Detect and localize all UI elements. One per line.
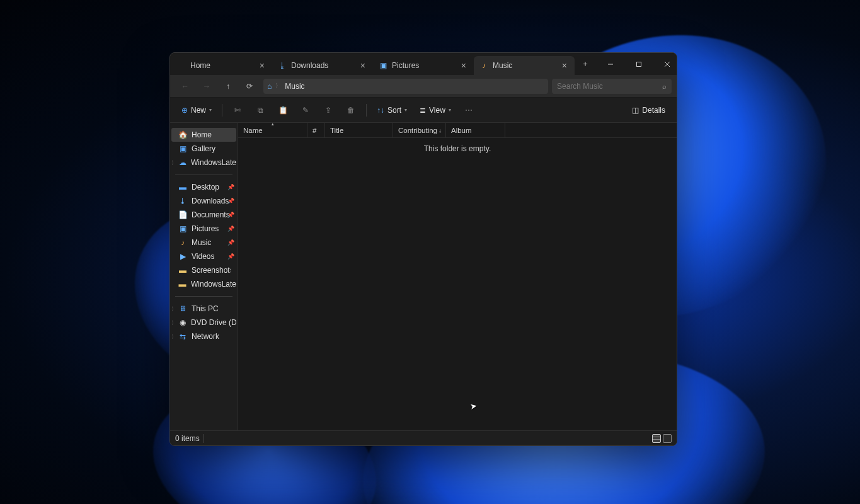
minimize-button[interactable] <box>596 53 624 75</box>
sidebar-item-music[interactable]: ♪Music📌 <box>171 236 236 249</box>
copy-button[interactable]: ⧉ <box>250 101 270 120</box>
more-button[interactable]: ⋯ <box>459 101 479 120</box>
trash-icon: 🗑 <box>347 106 355 115</box>
folder-icon: ▬ <box>178 279 187 289</box>
cloud-icon: ☁ <box>178 158 187 168</box>
music-icon: ♪ <box>178 238 188 248</box>
status-bar: 0 items <box>170 430 677 445</box>
pin-icon: 📌 <box>227 184 234 190</box>
sidebar-item-label: Pictures <box>192 224 219 233</box>
sidebar-item-label: This PC <box>192 304 219 313</box>
column-name[interactable]: ▴Name <box>238 123 307 137</box>
sidebar-item-label: Documents <box>192 210 230 219</box>
desktop-icon: ▬ <box>178 182 188 192</box>
sidebar-item-label: Screenshots <box>192 266 231 275</box>
sidebar-item-onedrive[interactable]: 〉 ☁ WindowsLatest - Pe <box>171 156 236 169</box>
separator <box>204 434 204 443</box>
chevron-right-icon[interactable]: 〉 <box>171 159 177 166</box>
address-bar[interactable]: ⌂ 〉 Music <box>263 79 548 94</box>
sidebar-item-gallery[interactable]: ▣ Gallery <box>171 142 236 156</box>
sidebar-item-windowslatest[interactable]: ▬WindowsLatest <box>171 277 236 291</box>
view-mode-buttons <box>652 434 672 443</box>
tab-label: Pictures <box>392 61 459 70</box>
sidebar-item-screenshots[interactable]: ▬Screenshots <box>171 263 236 277</box>
tab-label: Downloads <box>291 61 358 70</box>
details-view-button[interactable] <box>652 434 661 443</box>
close-icon[interactable]: × <box>559 60 570 71</box>
tab-pictures[interactable]: ▣ Pictures × <box>373 56 474 75</box>
sidebar-item-dvd[interactable]: 〉◉DVD Drive (D:) CCC <box>171 316 236 329</box>
sidebar-item-pictures[interactable]: ▣Pictures📌 <box>171 222 236 236</box>
view-button[interactable]: ≣ View ▾ <box>415 101 456 120</box>
tab-label: Music <box>493 61 559 70</box>
sidebar-item-videos[interactable]: ▶Videos📌 <box>171 249 236 263</box>
empty-folder-message: This folder is empty. <box>238 138 677 430</box>
disc-icon: ◉ <box>178 318 187 328</box>
network-icon: ⇆ <box>178 331 188 341</box>
sort-label: Sort <box>387 106 401 115</box>
divider <box>175 175 232 175</box>
search-box[interactable]: ⌕ <box>552 79 672 94</box>
gallery-icon: ▣ <box>178 144 188 154</box>
sidebar-item-downloads[interactable]: ⭳Downloads📌 <box>171 194 236 208</box>
pin-icon: 📌 <box>227 198 234 204</box>
back-button[interactable]: ← <box>175 77 195 95</box>
column-artists[interactable]: Contributing artists <box>393 123 446 137</box>
svg-rect-1 <box>636 62 641 66</box>
home-icon <box>176 60 186 71</box>
details-pane-icon: ◫ <box>632 106 639 115</box>
music-icon: ♪ <box>479 60 489 71</box>
refresh-button[interactable]: ⟳ <box>239 77 260 95</box>
ellipsis-icon: ⋯ <box>465 106 473 115</box>
search-input[interactable] <box>557 82 662 91</box>
video-icon: ▶ <box>178 251 188 261</box>
close-icon[interactable]: × <box>358 60 368 71</box>
command-bar: ⊕ New ▾ ✄ ⧉ 📋 ✎ ⇪ 🗑 ↑↓ Sort ▾ ≣ View ▾ ⋯… <box>170 98 677 123</box>
details-pane-button[interactable]: ◫ Details <box>627 101 670 120</box>
close-button[interactable] <box>653 53 677 75</box>
separator <box>366 104 367 117</box>
column-album[interactable]: Album <box>446 123 505 137</box>
chevron-down-icon: ▾ <box>209 107 212 113</box>
sidebar-item-network[interactable]: 〉⇆Network <box>171 329 236 343</box>
maximize-button[interactable] <box>624 53 653 75</box>
forward-button[interactable]: → <box>197 77 217 95</box>
navigation-pane: 🏠 Home ▣ Gallery 〉 ☁ WindowsLatest - Pe … <box>170 123 238 430</box>
tab-strip: Home × ⭳ Downloads × ▣ Pictures × ♪ Musi… <box>171 53 596 75</box>
pin-icon: 📌 <box>227 253 234 260</box>
sidebar-item-this-pc[interactable]: 〉🖥This PC <box>171 302 236 316</box>
paste-button[interactable]: 📋 <box>273 101 293 120</box>
column-number[interactable]: # <box>307 123 325 137</box>
picture-icon: ▣ <box>378 60 388 71</box>
pin-icon: 📌 <box>227 226 234 232</box>
close-icon[interactable]: × <box>459 60 469 71</box>
up-button[interactable]: ↑ <box>218 77 238 95</box>
sort-button[interactable]: ↑↓ Sort ▾ <box>372 101 412 120</box>
sidebar-item-documents[interactable]: 📄Documents📌 <box>171 208 236 222</box>
chevron-right-icon[interactable]: 〉 <box>171 333 177 340</box>
content-pane: ▴Name # Title Contributing artists Album… <box>238 123 677 430</box>
paste-icon: 📋 <box>278 106 288 115</box>
cut-button[interactable]: ✄ <box>227 101 248 120</box>
share-icon: ⇪ <box>325 106 331 115</box>
new-tab-button[interactable]: ＋ <box>575 59 596 69</box>
rename-button[interactable]: ✎ <box>295 101 316 120</box>
thumbnails-view-button[interactable] <box>663 434 672 443</box>
new-button[interactable]: ⊕ New ▾ <box>176 101 217 120</box>
details-label: Details <box>642 106 665 115</box>
tab-downloads[interactable]: ⭳ Downloads × <box>272 56 373 75</box>
folder-icon: ▬ <box>178 265 188 275</box>
close-icon[interactable]: × <box>257 60 267 71</box>
tab-music[interactable]: ♪ Music × <box>474 56 575 75</box>
document-icon: 📄 <box>178 210 188 220</box>
share-button[interactable]: ⇪ <box>318 101 338 120</box>
sidebar-item-desktop[interactable]: ▬Desktop📌 <box>171 180 236 194</box>
cloud-home-icon: ⌂ <box>267 82 272 91</box>
column-title[interactable]: Title <box>325 123 393 137</box>
chevron-right-icon[interactable]: 〉 <box>171 306 177 312</box>
tab-home[interactable]: Home × <box>171 56 272 75</box>
sidebar-item-home[interactable]: 🏠 Home <box>171 128 236 142</box>
delete-button[interactable]: 🗑 <box>341 101 361 120</box>
search-icon[interactable]: ⌕ <box>662 83 667 90</box>
chevron-right-icon[interactable]: 〉 <box>171 319 177 326</box>
